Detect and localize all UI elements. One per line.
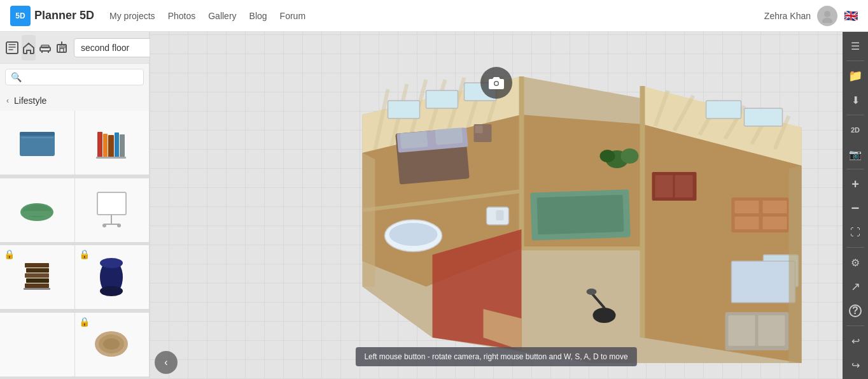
item-whiteboard[interactable]: [75, 178, 150, 242]
user-avatar[interactable]: [817, 6, 837, 26]
divider-2: [846, 115, 864, 115]
svg-rect-92: [763, 217, 787, 229]
item-bathtub[interactable]: [0, 178, 74, 242]
svg-rect-81: [537, 195, 624, 235]
nav-forum[interactable]: Forum: [280, 11, 305, 21]
right-sidebar: ☰ 📁 ⬇ 2D 📷 + − ⛶ ⚙ ↗: [843, 32, 868, 379]
nav-photos[interactable]: Photos: [168, 11, 196, 21]
menu-icon: ☰: [851, 40, 860, 52]
item-dark-books[interactable]: 🔒: [0, 245, 74, 309]
flag-icon: 🇬🇧: [844, 9, 858, 23]
category-arrow-icon: ‹: [6, 96, 9, 105]
svg-rect-11: [20, 132, 55, 136]
folder-icon: 📁: [848, 69, 862, 83]
item-blue-book-img: [15, 120, 59, 165]
left-sidebar: first floor second floor third floor ▼ 🔍…: [0, 32, 150, 379]
svg-point-34: [100, 258, 123, 268]
svg-rect-14: [103, 134, 108, 157]
svg-rect-60: [426, 90, 458, 108]
zoom-in-button[interactable]: +: [844, 173, 867, 196]
tooltip-text: Left mouse button - rotate camera, right…: [364, 352, 627, 361]
svg-point-94: [593, 308, 616, 323]
nav-blog[interactable]: Blog: [249, 11, 267, 21]
svg-point-1: [822, 18, 832, 23]
camera-button[interactable]: [480, 67, 512, 99]
svg-rect-59: [388, 101, 420, 118]
svg-point-25: [102, 224, 106, 227]
nav-right: Zehra Khan 🇬🇧: [764, 6, 858, 26]
top-navigation: 5D Planner 5D My projects Photos Gallery…: [0, 0, 868, 32]
item-blue-book[interactable]: [0, 111, 74, 175]
zoom-out-icon: −: [851, 201, 860, 215]
menu-button[interactable]: ☰: [844, 34, 867, 57]
category-label: Lifestyle: [14, 96, 46, 106]
svg-rect-27: [25, 283, 49, 288]
svg-rect-13: [97, 132, 102, 157]
item-color-books[interactable]: [75, 111, 150, 175]
svg-rect-21: [23, 211, 52, 216]
search-input-wrapper: 🔍: [5, 69, 144, 85]
svg-rect-22: [97, 192, 126, 215]
fit-icon: ⛶: [850, 227, 860, 238]
download-button[interactable]: ⬇: [844, 89, 867, 111]
item-blue-roll-img: [90, 255, 134, 299]
item-rug[interactable]: 🔒: [75, 313, 150, 376]
svg-point-38: [103, 338, 120, 350]
toolbar: first floor second floor third floor ▼: [0, 32, 149, 64]
svg-rect-15: [108, 135, 114, 157]
logo[interactable]: 5D Planner 5D: [10, 6, 94, 26]
back-arrow-button[interactable]: ‹: [155, 351, 178, 374]
redo-button[interactable]: ↪: [844, 354, 867, 376]
item-color-books-img: [90, 120, 134, 165]
tool-building-button[interactable]: [55, 35, 69, 61]
svg-rect-28: [26, 278, 49, 283]
search-input[interactable]: [25, 73, 138, 82]
fit-button[interactable]: ⛶: [844, 221, 867, 244]
item-whiteboard-img: [90, 188, 134, 232]
item-dark-books-img: [15, 255, 59, 299]
svg-rect-31: [25, 263, 49, 268]
share-button[interactable]: ↗: [844, 275, 867, 298]
item-bathtub-img: [15, 188, 59, 232]
viewport[interactable]: ‹ Left mouse button - rotate camera, rig…: [150, 32, 843, 379]
files-button[interactable]: 📁: [844, 64, 867, 87]
divider-1: [846, 61, 864, 61]
redo-icon: ↪: [851, 359, 860, 371]
tool-new-button[interactable]: [5, 35, 19, 61]
svg-rect-98: [729, 315, 755, 346]
undo-button[interactable]: ↩: [844, 329, 867, 352]
zoom-out-button[interactable]: −: [844, 197, 867, 220]
svg-rect-63: [745, 108, 783, 126]
svg-rect-93: [732, 261, 795, 303]
lock-icon: 🔒: [4, 249, 15, 259]
nav-gallery[interactable]: Gallery: [208, 11, 236, 21]
settings-button[interactable]: ⚙: [844, 251, 867, 274]
user-name: Zehra Khan: [764, 11, 811, 21]
svg-point-76: [389, 223, 438, 246]
tool-home-button[interactable]: [22, 35, 36, 61]
search-icon: 🔍: [11, 72, 22, 82]
svg-rect-18: [96, 157, 126, 159]
svg-rect-74: [475, 125, 483, 133]
svg-rect-9: [63, 46, 65, 48]
svg-rect-12: [21, 137, 53, 138]
nav-my-projects[interactable]: My projects: [109, 11, 155, 21]
item-blue-roll[interactable]: 🔒: [75, 245, 150, 309]
item-rug-img: [90, 322, 134, 367]
svg-rect-32: [24, 288, 50, 290]
category-header[interactable]: ‹ Lifestyle: [0, 90, 149, 111]
tool-furniture-button[interactable]: [38, 35, 52, 61]
item-7[interactable]: [0, 313, 74, 376]
divider-4: [846, 247, 864, 248]
divider-3: [846, 169, 864, 169]
help-icon: ?: [849, 304, 862, 317]
svg-rect-29: [25, 273, 49, 278]
svg-rect-17: [120, 134, 125, 157]
screenshot-button[interactable]: 📷: [844, 143, 867, 166]
svg-rect-16: [115, 132, 119, 157]
2d-button[interactable]: 2D: [844, 118, 867, 141]
svg-point-104: [494, 82, 498, 85]
item-7-img: [15, 322, 59, 367]
settings-icon: ⚙: [851, 257, 860, 269]
help-button[interactable]: ?: [844, 299, 867, 322]
